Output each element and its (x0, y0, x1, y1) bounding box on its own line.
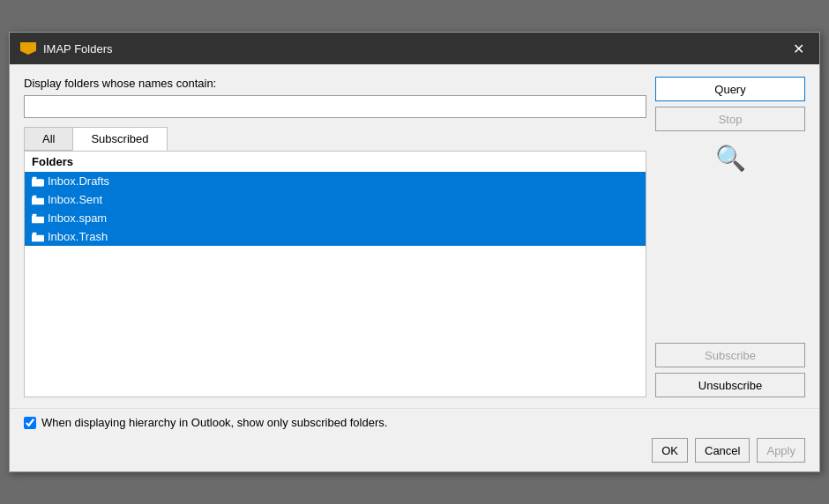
subscribe-button[interactable]: Subscribe (655, 343, 805, 367)
subscribed-only-checkbox[interactable] (24, 417, 36, 429)
tab-subscribed[interactable]: Subscribed (72, 127, 167, 151)
folder-item-name: Inbox.Trash (48, 230, 108, 243)
checkbox-row: When displaying hierarchy in Outlook, sh… (24, 416, 805, 429)
search-input[interactable] (24, 95, 646, 118)
list-item[interactable]: Inbox.Sent (25, 190, 646, 209)
folders-header: Folders (25, 152, 646, 172)
stop-button[interactable]: Stop (655, 107, 805, 131)
folders-container: Folders Inbox.Drafts (24, 151, 646, 397)
dialog-title: IMAP Folders (43, 42, 113, 56)
unsubscribe-button[interactable]: Unsubscribe (655, 373, 805, 397)
search-icon: 🔍 (715, 144, 746, 173)
svg-rect-3 (33, 213, 36, 216)
tabs-container: All Subscribed (24, 127, 646, 151)
list-item[interactable]: Inbox.Trash (25, 227, 646, 246)
right-panel: Query Stop 🔍 Subscribe Unsubscribe (655, 77, 805, 397)
svg-rect-2 (33, 195, 36, 197)
titlebar: IMAP Folders ✕ (10, 33, 819, 64)
folder-icon (20, 42, 36, 55)
search-row (24, 95, 646, 118)
titlebar-left: IMAP Folders (20, 42, 113, 56)
svg-rect-4 (33, 232, 36, 234)
search-icon-area: 🔍 (655, 137, 805, 180)
folder-item-icon (32, 176, 44, 187)
search-label: Display folders whose names contain: (24, 77, 646, 90)
folder-item-name: Inbox.spam (48, 211, 107, 225)
left-panel: Display folders whose names contain: All… (24, 77, 646, 397)
button-row: OK Cancel Apply (24, 438, 805, 463)
close-button[interactable]: ✕ (788, 38, 809, 59)
dialog-body: Display folders whose names contain: All… (10, 64, 819, 408)
bottom-section: When displaying hierarchy in Outlook, sh… (10, 408, 819, 471)
svg-rect-1 (33, 176, 36, 179)
cancel-button[interactable]: Cancel (695, 438, 750, 463)
list-item[interactable]: Inbox.spam (25, 209, 646, 227)
ok-button[interactable]: OK (652, 438, 688, 463)
folder-item-name: Inbox.Sent (48, 193, 102, 206)
spacer (655, 185, 805, 337)
apply-button[interactable]: Apply (757, 438, 805, 463)
folder-item-icon (32, 213, 44, 224)
list-item[interactable]: Inbox.Drafts (25, 172, 646, 190)
folder-item-name: Inbox.Drafts (48, 174, 109, 188)
folder-item-icon (32, 195, 44, 205)
query-button[interactable]: Query (655, 77, 805, 101)
tab-all[interactable]: All (24, 127, 72, 151)
folder-item-icon (32, 232, 44, 242)
imap-folders-dialog: IMAP Folders ✕ Display folders whose nam… (9, 32, 820, 472)
checkbox-label: When displaying hierarchy in Outlook, sh… (41, 416, 387, 429)
